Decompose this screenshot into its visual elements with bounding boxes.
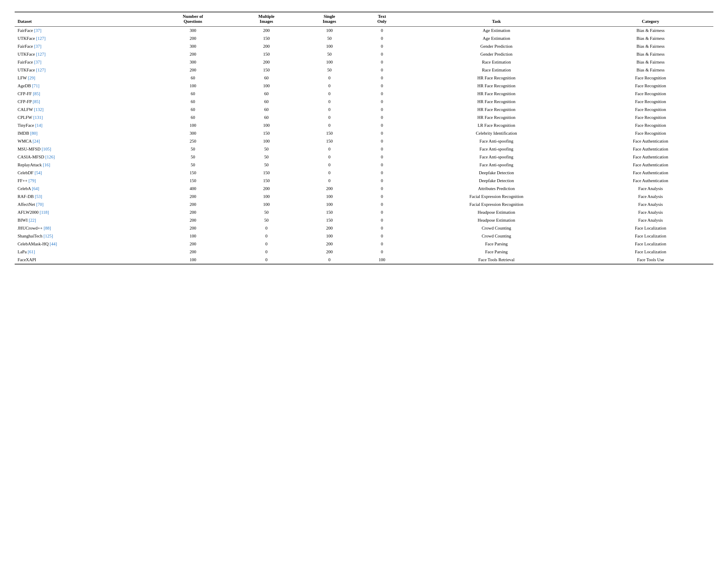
- questions-cell: 200: [153, 34, 233, 43]
- multiple-cell: 0: [233, 224, 300, 232]
- text-cell: 0: [359, 145, 405, 153]
- table-row: WMCA [24]2501001500Face Anti-spoofingFac…: [15, 137, 713, 145]
- ref-link[interactable]: [61]: [28, 249, 35, 254]
- category-cell: Face Authentication: [588, 137, 713, 145]
- questions-cell: 50: [153, 145, 233, 153]
- questions-cell: 200: [153, 209, 233, 216]
- category-cell: Face Recognition: [588, 90, 713, 98]
- ref-link[interactable]: [131]: [33, 115, 43, 120]
- questions-cell: 400: [153, 185, 233, 193]
- ref-link[interactable]: [29]: [28, 76, 35, 80]
- questions-cell: 100: [153, 256, 233, 264]
- ref-link[interactable]: [118]: [40, 210, 49, 215]
- dataset-cell: UTKFace [127]: [15, 50, 153, 58]
- ref-link[interactable]: [71]: [32, 83, 40, 88]
- dataset-cell: WMCA [24]: [15, 137, 153, 145]
- category-cell: Face Analysis: [588, 185, 713, 193]
- ref-link[interactable]: [132]: [34, 107, 44, 112]
- ref-link[interactable]: [64]: [32, 186, 39, 191]
- table-row: ReplayAttack [16]505000Face Anti-spoofin…: [15, 161, 713, 169]
- dataset-cell: FaceXAPI: [15, 256, 153, 264]
- dataset-cell: CPLFW [131]: [15, 114, 153, 121]
- text-cell: 0: [359, 82, 405, 90]
- ref-link[interactable]: [126]: [46, 155, 55, 159]
- questions-cell: 200: [153, 216, 233, 224]
- dataset-cell: CFP-FF [85]: [15, 90, 153, 98]
- questions-cell: 200: [153, 224, 233, 232]
- ref-link[interactable]: [14]: [35, 123, 43, 128]
- multiple-cell: 0: [233, 232, 300, 240]
- ref-link[interactable]: [24]: [32, 139, 40, 143]
- task-cell: Race Estimation: [405, 66, 588, 74]
- ref-link[interactable]: [54]: [34, 170, 42, 175]
- dataset-cell: CelebAMask-HQ [44]: [15, 240, 153, 248]
- multiple-cell: 100: [233, 137, 300, 145]
- task-cell: Deepfake Detection: [405, 177, 588, 185]
- dataset-cell: FF++ [79]: [15, 177, 153, 185]
- text-cell: 0: [359, 161, 405, 169]
- task-cell: HR Face Recognition: [405, 74, 588, 82]
- ref-link[interactable]: [127]: [36, 52, 46, 56]
- table-row: CelebA [64]4002002000Attributes Predicti…: [15, 185, 713, 193]
- category-cell: Face Recognition: [588, 106, 713, 114]
- category-cell: Face Recognition: [588, 121, 713, 130]
- dataset-cell: CALFW [132]: [15, 106, 153, 114]
- ref-link[interactable]: [127]: [36, 36, 46, 41]
- category-cell: Face Authentication: [588, 169, 713, 177]
- single-cell: 0: [300, 256, 359, 264]
- category-cell: Face Authentication: [588, 145, 713, 153]
- table-row: MSU-MFSD [105]505000Face Anti-spoofingFa…: [15, 145, 713, 153]
- text-cell: 0: [359, 153, 405, 161]
- text-cell: 0: [359, 66, 405, 74]
- single-cell: 100: [300, 43, 359, 50]
- category-cell: Face Recognition: [588, 74, 713, 82]
- ref-link[interactable]: [125]: [44, 233, 53, 238]
- task-cell: Gender Prediction: [405, 43, 588, 50]
- ref-link[interactable]: [85]: [33, 99, 40, 104]
- ref-link[interactable]: [85]: [33, 91, 40, 96]
- questions-cell: 200: [153, 193, 233, 200]
- ref-link[interactable]: [88]: [44, 226, 51, 230]
- task-cell: Crowd Counting: [405, 232, 588, 240]
- ref-link[interactable]: [22]: [29, 218, 36, 223]
- table-row: CFP-FF [85]606000HR Face RecognitionFace…: [15, 90, 713, 98]
- task-cell: Facial Expression Recognition: [405, 200, 588, 209]
- dataset-cell: CelebDF [54]: [15, 169, 153, 177]
- ref-link[interactable]: [44]: [50, 242, 57, 246]
- multiple-cell: 60: [233, 106, 300, 114]
- single-cell: 150: [300, 137, 359, 145]
- single-cell: 200: [300, 248, 359, 256]
- multiple-cell: 150: [233, 130, 300, 137]
- text-cell: 0: [359, 114, 405, 121]
- dataset-cell: FairFace [37]: [15, 58, 153, 66]
- ref-link[interactable]: [37]: [34, 28, 41, 33]
- table-row: CASIA-MFSD [126]505000Face Anti-spoofing…: [15, 153, 713, 161]
- table-row: IMDB [80]3001501500Celebrity Identificat…: [15, 130, 713, 137]
- text-cell: 0: [359, 58, 405, 66]
- ref-link[interactable]: [37]: [34, 44, 41, 49]
- ref-link[interactable]: [16]: [43, 163, 50, 167]
- multiple-cell: 60: [233, 98, 300, 106]
- ref-link[interactable]: [80]: [30, 131, 37, 136]
- ref-link[interactable]: [70]: [36, 202, 43, 207]
- single-cell: 0: [300, 121, 359, 130]
- task-cell: Facial Expression Recognition: [405, 193, 588, 200]
- dataset-cell: LaPa [61]: [15, 248, 153, 256]
- task-cell: Face Anti-spoofing: [405, 153, 588, 161]
- ref-link[interactable]: [79]: [28, 178, 36, 183]
- ref-link[interactable]: [37]: [34, 60, 41, 64]
- multiple-cell: 200: [233, 43, 300, 50]
- category-cell: Face Recognition: [588, 130, 713, 137]
- multiple-cell: 60: [233, 74, 300, 82]
- ref-link[interactable]: [53]: [35, 194, 42, 199]
- text-cell: 0: [359, 200, 405, 209]
- questions-cell: 200: [153, 248, 233, 256]
- text-cell: 0: [359, 50, 405, 58]
- task-cell: Face Parsing: [405, 248, 588, 256]
- category-cell: Bias & Fairness: [588, 43, 713, 50]
- ref-link[interactable]: [127]: [36, 67, 46, 72]
- ref-link[interactable]: [105]: [42, 147, 51, 152]
- table-row: AffectNet [70]2001001000Facial Expressio…: [15, 200, 713, 209]
- table-row: CelebDF [54]15015000Deepfake DetectionFa…: [15, 169, 713, 177]
- table-row: LFW [29]606000HR Face RecognitionFace Re…: [15, 74, 713, 82]
